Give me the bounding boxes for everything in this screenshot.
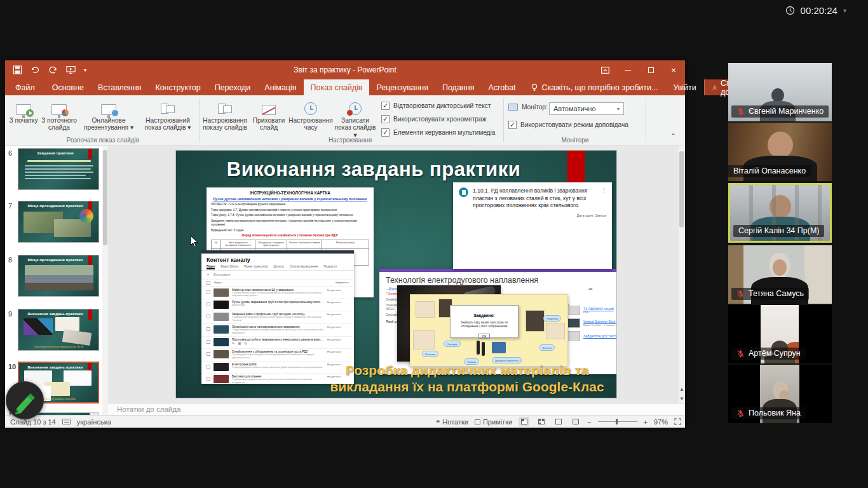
- ok-button[interactable]: ОК: [478, 334, 491, 339]
- tab-insert[interactable]: Вставлення: [91, 79, 148, 95]
- checkbox-media-controls[interactable]: ✓ Елементи керування мультимедіа: [381, 128, 495, 137]
- tab-review[interactable]: Рецензування: [369, 79, 435, 95]
- editor-scrollbar[interactable]: ▲▼: [679, 146, 685, 403]
- task-dialog: Завдання: Знайдіть пару назви пристрою ч…: [450, 305, 519, 338]
- qat-customize-icon[interactable]: ▾: [84, 67, 86, 73]
- checkbox-use-timings[interactable]: ✓ Використовувати хронометраж: [381, 115, 486, 123]
- present-online-button[interactable]: Онлайнове презентування ▾: [80, 98, 137, 132]
- keyboard-language-icon[interactable]: [62, 419, 71, 424]
- checkbox-presenter-view[interactable]: ✓ Використовувати режим доповідача: [508, 121, 628, 129]
- zoom-in-button[interactable]: +: [644, 418, 648, 426]
- screen-globe-icon: [101, 98, 116, 115]
- language-indicator[interactable]: українська: [77, 418, 111, 426]
- meeting-timer[interactable]: 00:20:24 ▾: [785, 5, 846, 16]
- monitor-select[interactable]: Автоматично ▾: [549, 102, 624, 115]
- fit-to-window-icon[interactable]: [674, 418, 681, 425]
- minimize-button[interactable]: [616, 60, 639, 79]
- notes-pane[interactable]: Нотатки до слайда: [108, 403, 685, 415]
- zoom-percentage[interactable]: 97%: [654, 418, 668, 426]
- tab-design[interactable]: Конструктор: [148, 79, 207, 95]
- upload-cloud-icon: ☁: [588, 285, 593, 291]
- zoom-out-button[interactable]: −: [587, 418, 591, 426]
- thumbnails-scrollbar[interactable]: [102, 146, 108, 415]
- monitor-icon: [508, 104, 518, 111]
- person-icon: [712, 84, 717, 92]
- record-slideshow-button[interactable]: Записати показ слайдів ▾: [334, 98, 376, 139]
- zoom-slider[interactable]: [598, 421, 637, 422]
- checkbox-checked-icon: ✓: [381, 102, 390, 110]
- participant-name-badge: Сергій Калін 34 Пр(М): [733, 225, 824, 237]
- from-current-slide-button[interactable]: З поточного слайда: [39, 98, 79, 132]
- video-row-selected[interactable]: Підготовка до роботи зварювального інвер…: [201, 337, 354, 349]
- sign-in-button[interactable]: Увійти: [665, 79, 703, 95]
- tab-animations[interactable]: Анімація: [257, 79, 303, 95]
- participant-tile[interactable]: Євгеній Маринченко: [728, 63, 832, 121]
- video-row[interactable]: Ознайомлення з обладнанням та організаці…: [201, 349, 354, 362]
- from-beginning-button[interactable]: З початку: [9, 98, 38, 124]
- video-row[interactable]: Організація поста наплавлювального зварю…: [201, 324, 354, 337]
- tell-me-box[interactable]: Скажіть, що потрібно зробити...: [523, 79, 666, 95]
- participant-tile-active-speaker[interactable]: Сергій Калін 34 Пр(М): [728, 183, 832, 243]
- group-start-slideshow: Розпочати показ слайдів: [9, 137, 197, 144]
- setup-slideshow-button[interactable]: Настроювання показу слайдів: [201, 98, 249, 132]
- thumbnail-slide-7[interactable]: 7 Місце проходження практики: [5, 201, 102, 245]
- slideshow-view-button[interactable]: [570, 417, 581, 426]
- muted-mic-icon: [736, 349, 745, 358]
- record-clock-icon: [349, 98, 362, 115]
- custom-slideshow-button[interactable]: Настроюваний показ слайдів ▾: [139, 98, 197, 132]
- participant-tile[interactable]: Польовик Яна: [728, 365, 832, 423]
- ribbon: З початку З поточного слайда Онлайнове п…: [5, 95, 685, 146]
- video-row[interactable]: Зварення рами з профільних труб методом …: [201, 311, 354, 324]
- muted-mic-icon: [736, 107, 745, 116]
- tab-home[interactable]: Основне: [45, 79, 91, 95]
- save-icon[interactable]: [13, 65, 22, 74]
- close-button[interactable]: ×: [662, 60, 685, 79]
- comments-toggle[interactable]: Примітки: [475, 418, 512, 426]
- tab-file[interactable]: Файл: [5, 79, 45, 95]
- tab-view[interactable]: Подання: [435, 79, 481, 95]
- group-monitors: Монітори: [508, 137, 642, 144]
- row-action-icons: ✎ ▦ ⧉ ⋮: [232, 341, 324, 346]
- clock-rehearse-icon: [304, 98, 317, 115]
- quick-access-toolbar: ▾: [5, 65, 86, 74]
- redo-icon[interactable]: [48, 65, 58, 74]
- matching-task-screenshot: Завдання: Знайдіть пару назви пристрою ч…: [410, 294, 568, 367]
- ribbon-display-options-icon[interactable]: [593, 60, 616, 79]
- hide-slide-button[interactable]: Приховати слайд: [250, 98, 287, 132]
- current-slide-canvas[interactable]: Виконання завдань практики ІНСТРУКЦІЙНО-…: [176, 151, 616, 398]
- previous-slide-icon[interactable]: ▲: [679, 386, 684, 392]
- title-bar: ▾ Звіт за практику - PowerPoint ×: [5, 60, 685, 79]
- rehearse-timings-button[interactable]: Настроювання часу: [288, 98, 333, 132]
- thumbnail-slide-8[interactable]: 8 Місце проходження практики: [5, 255, 102, 299]
- next-slide-icon[interactable]: ▼: [679, 396, 684, 402]
- thumbnail-slide-6[interactable]: 6 Завдання практики: [5, 148, 102, 193]
- checkbox-play-narrations[interactable]: ✓ Відтворювати дикторський текст: [381, 102, 491, 110]
- participant-tile[interactable]: Тетяна Самусь: [728, 245, 832, 304]
- chevron-down-icon: ▾: [843, 7, 846, 14]
- video-row[interactable]: Майстер-клас: використання ШІ у зварюван…: [201, 287, 354, 299]
- annotation-tool-button[interactable]: [6, 382, 43, 419]
- notes-toggle[interactable]: ≡Нотатки: [436, 418, 468, 426]
- classroom-assignment-screenshot: 1.10.1. РД наплавлення валиків і зварюва…: [453, 182, 612, 269]
- video-row[interactable]: Ручне дугове зварювання труб в стик при …: [201, 299, 354, 311]
- reading-view-button[interactable]: [553, 417, 564, 426]
- participant-tile[interactable]: Віталій Опанасенко: [728, 123, 832, 181]
- filter-icon: ▼: [207, 273, 210, 276]
- restore-button[interactable]: [639, 60, 662, 79]
- undo-icon[interactable]: [31, 65, 40, 74]
- slide-counter: Слайд 10 з 14: [10, 418, 56, 426]
- participant-tile[interactable]: Артём Супрун: [728, 305, 832, 363]
- normal-view-button[interactable]: [519, 417, 529, 426]
- start-slideshow-icon[interactable]: [66, 65, 76, 74]
- thumbnail-slide-9[interactable]: 9 Виконання завдань практики Організація…: [5, 309, 102, 353]
- participant-name-badge: Тетяна Самусь: [731, 288, 809, 300]
- slide-title: Виконання завдань практики: [180, 158, 567, 181]
- pencil-icon: [6, 382, 43, 419]
- tab-slideshow[interactable]: Показ слайдів: [304, 79, 370, 95]
- clock-icon: [785, 6, 795, 15]
- slide-sorter-view-button[interactable]: [536, 417, 546, 426]
- collapse-ribbon-icon[interactable]: ⌃: [670, 132, 676, 140]
- tab-acrobat[interactable]: Acrobat: [481, 79, 522, 95]
- slide-caption: Розробка дидактичних матеріалів та викла…: [325, 362, 609, 396]
- tab-transitions[interactable]: Переходи: [208, 79, 258, 95]
